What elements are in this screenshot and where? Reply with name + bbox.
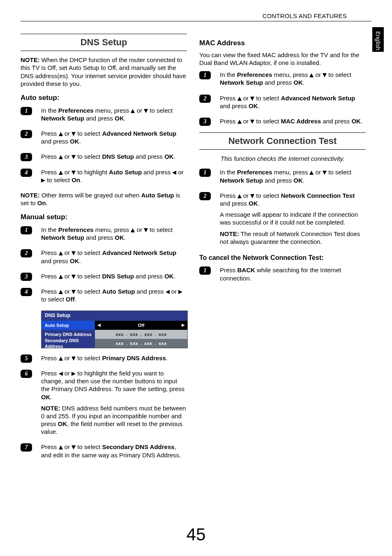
t: Press: [220, 118, 238, 125]
language-tab: English: [372, 27, 384, 52]
t: OK: [115, 234, 124, 241]
dns-setup-table: DNS Setup Auto Setup Off Primary DNS Add…: [41, 310, 188, 348]
t: Network Setup: [41, 115, 84, 122]
t: Other items will be grayed out when: [40, 192, 141, 199]
step-badge: 7: [21, 443, 32, 452]
mac-address-heading: MAC Address: [199, 39, 366, 48]
t: Auto Setup: [102, 288, 135, 295]
t: or: [63, 249, 72, 256]
t: to select: [76, 249, 102, 256]
t: to select: [41, 296, 66, 303]
t: OK: [293, 177, 303, 184]
dns-value: xxx. xxx. xxx. xxx: [95, 330, 187, 339]
dns-value: Off: [95, 321, 187, 330]
t: .: [80, 176, 82, 183]
t: and press: [142, 169, 172, 176]
up-icon: [131, 109, 135, 113]
t: or: [63, 370, 72, 377]
t: Press: [220, 192, 238, 199]
t: to select: [45, 176, 71, 183]
t: Press: [41, 288, 59, 295]
step-badge: 2: [21, 249, 32, 257]
dns-label: Auto Setup: [42, 321, 95, 330]
network-connection-test-title: Network Connection Test: [199, 132, 366, 150]
t: DNS Setup: [102, 153, 134, 160]
t: and press: [84, 234, 115, 241]
manual-setup-heading: Manual setup:: [21, 213, 187, 222]
right-icon: [71, 372, 76, 376]
down-icon: [71, 171, 76, 175]
left-column: DNS Setup NOTE: When the DHCP function o…: [21, 30, 187, 466]
step-badge: 1: [199, 169, 211, 177]
t: Primary DNS Address: [102, 354, 166, 361]
t: Secondary DNS Address: [102, 443, 174, 450]
right-arrow-icon: [182, 324, 185, 327]
t: and press: [263, 177, 293, 184]
t: and press: [321, 118, 351, 125]
dns-value: xxx. xxx. xxx. xxx: [95, 339, 187, 348]
step-badge: 1: [21, 107, 32, 115]
t: Preferences: [237, 169, 272, 176]
mac-intro: You can view the fixed MAC address for t…: [199, 51, 366, 67]
dns-table-title: DNS Setup: [42, 311, 187, 320]
t: xxx: [144, 331, 152, 337]
mac-step-1: 1 In the Preferences menu, press or to s…: [199, 71, 366, 90]
right-icon: [41, 178, 45, 183]
t: and press: [41, 138, 70, 145]
left-arrow-icon: [97, 324, 101, 327]
t: menu, press: [272, 71, 310, 78]
up-icon: [59, 132, 63, 136]
note-text: When the DHCP function of the router con…: [21, 56, 186, 87]
up-icon: [59, 275, 63, 279]
auto-step-2: 2 Press or to select Advanced Network Se…: [21, 130, 187, 148]
t: Network Setup: [41, 234, 84, 241]
manual-step-7: 7 Press or to select Secondary DNS Addre…: [21, 443, 187, 462]
t: .: [303, 79, 304, 86]
t: .: [79, 257, 81, 264]
step-badge: 1: [21, 226, 32, 234]
t: to select: [148, 107, 173, 114]
t: MAC Address: [281, 118, 321, 125]
up-icon: [59, 251, 63, 255]
t: to select: [76, 273, 102, 280]
t: OK: [351, 118, 361, 125]
auto-setup-note: NOTE: Other items will be grayed out whe…: [21, 191, 187, 207]
note-label: NOTE:: [220, 230, 239, 237]
t: BACK: [238, 266, 255, 273]
t: Press: [41, 130, 59, 137]
t: or: [63, 443, 72, 450]
up-icon: [309, 171, 314, 175]
step-badge: 2: [199, 192, 211, 200]
left-icon: [59, 372, 63, 376]
mac-step-2: 2 Press or to select Advanced Network Se…: [199, 94, 366, 113]
t: OK: [293, 79, 303, 86]
auto-step-4: 4 Press or to highlight Auto Setup and p…: [21, 168, 187, 187]
t: or: [314, 169, 323, 176]
t: Press: [41, 354, 59, 361]
dns-row-secondary: Secondary DNS Address xxx. xxx. xxx. xxx: [42, 339, 187, 348]
t: .: [124, 234, 126, 241]
t: .: [174, 153, 175, 160]
right-icon: [178, 290, 182, 294]
t: xxx: [159, 331, 167, 337]
t: On: [37, 199, 46, 206]
t: OK: [249, 200, 258, 207]
step-badge: 6: [21, 370, 32, 378]
page-number: 45: [0, 525, 392, 544]
t: or: [63, 153, 72, 160]
up-icon: [59, 445, 63, 449]
down-icon: [71, 357, 76, 361]
t: OK: [249, 102, 258, 109]
t: Press: [41, 169, 59, 176]
t: to select: [148, 226, 173, 233]
t: In the: [41, 107, 58, 114]
t: or: [63, 130, 72, 137]
page-header: CONTROLS AND FEATURES: [21, 12, 371, 21]
t: .: [75, 296, 76, 303]
note-label: NOTE:: [41, 405, 60, 412]
down-icon: [144, 228, 148, 232]
t: xxx: [144, 341, 152, 346]
t: to select: [254, 95, 281, 102]
t: .: [79, 138, 81, 145]
manual-step-3: 3 Press or to select DNS Setup and press…: [21, 272, 187, 283]
